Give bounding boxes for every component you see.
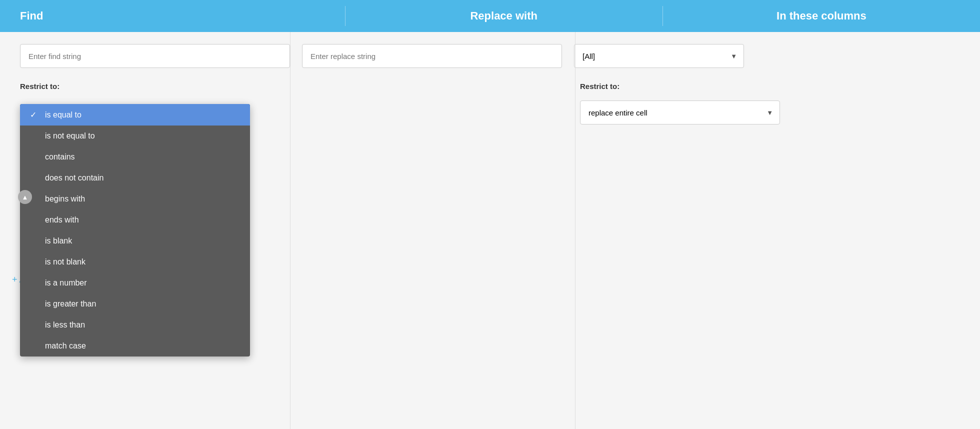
columns-select[interactable]: [All] — [574, 44, 744, 68]
top-row: [All] — [20, 44, 960, 68]
dropdown-item-label-10: is less than — [45, 320, 85, 330]
vertical-divider-2 — [575, 32, 576, 429]
replace-cell-select[interactable]: replace entire cell — [580, 100, 780, 124]
main-content: [All] Restrict to: ✓ is equal to is not … — [0, 32, 980, 429]
dropdown-item-begins-with[interactable]: begins with — [20, 188, 250, 210]
vertical-divider-1 — [290, 32, 290, 429]
dropdown-item-is-not-blank[interactable]: is not blank — [20, 252, 250, 272]
replace-label: Replace with — [470, 10, 537, 22]
scroll-up-arrow[interactable]: ▲ — [18, 190, 32, 204]
dropdown-item-label-2: contains — [45, 152, 75, 162]
restrict-left: Restrict to: ✓ is equal to is not equal … — [20, 82, 260, 96]
dropdown-item-is-equal-to[interactable]: ✓ is equal to — [20, 104, 250, 126]
checkmark-icon: ✓ — [30, 110, 40, 120]
dropdown-item-label-7: is not blank — [45, 258, 86, 266]
scroll-up-icon: ▲ — [22, 194, 28, 201]
columns-column-header: In these columns — [663, 10, 980, 22]
columns-label: In these columns — [776, 10, 866, 22]
find-column-header: Find — [0, 10, 345, 22]
dropdown-item-is-less-than[interactable]: is less than — [20, 314, 250, 336]
dropdown-item-contains[interactable]: contains — [20, 146, 250, 168]
replace-cell-select-wrapper: replace entire cell — [580, 100, 780, 124]
dropdown-item-label-1: is not equal to — [45, 132, 95, 140]
dropdown-item-label-11: match case — [45, 342, 86, 350]
dropdown-item-label-3: does not contain — [45, 174, 104, 182]
find-label: Find — [20, 10, 43, 22]
restrict-right: Restrict to: replace entire cell — [580, 82, 780, 124]
dropdown-item-label-5: ends with — [45, 216, 79, 224]
header-bar: Find Replace with In these columns — [0, 0, 980, 32]
restrict-row: Restrict to: ✓ is equal to is not equal … — [20, 82, 960, 124]
restrict-replace-label: Restrict to: — [580, 82, 780, 90]
dropdown-item-label-8: is a number — [45, 278, 87, 288]
dropdown-item-is-greater-than[interactable]: is greater than — [20, 294, 250, 314]
dropdown-item-is-not-equal-to[interactable]: is not equal to — [20, 126, 250, 146]
replace-input[interactable] — [302, 44, 562, 68]
columns-select-wrapper: [All] — [574, 44, 744, 68]
dropdown-item-is-blank[interactable]: is blank — [20, 230, 250, 252]
replace-column-header: Replace with — [346, 10, 662, 22]
dropdown-item-ends-with[interactable]: ends with — [20, 210, 250, 230]
restrict-dropdown-menu: ✓ is equal to is not equal to contains d… — [20, 104, 250, 356]
dropdown-item-label-9: is greater than — [45, 300, 96, 308]
dropdown-item-label-6: is blank — [45, 236, 72, 246]
dropdown-item-match-case[interactable]: match case — [20, 336, 250, 356]
dropdown-item-is-a-number[interactable]: is a number — [20, 272, 250, 294]
dropdown-item-label-4: begins with — [45, 194, 85, 204]
dropdown-item-does-not-contain[interactable]: does not contain — [20, 168, 250, 188]
dropdown-item-label-0: is equal to — [45, 110, 82, 120]
restrict-find-label: Restrict to: — [20, 82, 260, 90]
find-input[interactable] — [20, 44, 290, 68]
